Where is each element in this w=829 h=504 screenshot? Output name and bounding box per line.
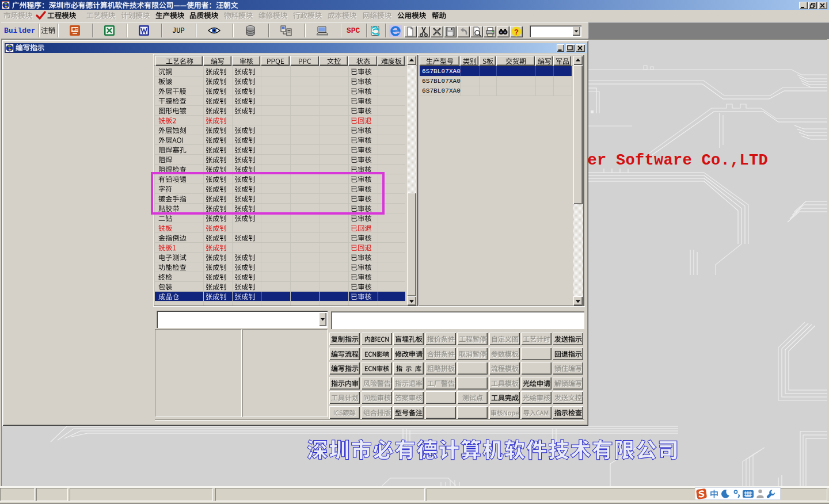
svg-text:?: ? <box>514 28 519 36</box>
